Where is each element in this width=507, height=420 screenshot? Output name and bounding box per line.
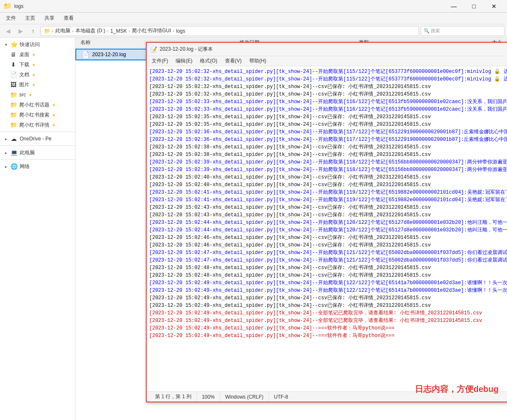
log-line-1: [2023-12-20 15:02:32-xhs_detail_spider.p…	[149, 75, 507, 83]
sidebar-item-src[interactable]: 📁 src ★	[0, 90, 75, 100]
up-button[interactable]: ↑	[28, 26, 39, 36]
menu-home[interactable]: 主页	[21, 13, 39, 23]
log-line-2: [2023-12-20 15:02:32-xhs_detail_spider.p…	[149, 83, 507, 91]
close-button[interactable]: ✕	[484, 0, 504, 13]
docs-icon: 📄	[10, 71, 17, 78]
log-line-11: [2023-12-20 15:02:38-xhs_detail_spider.p…	[149, 151, 507, 158]
breadcrumb-logs[interactable]: logs	[176, 28, 185, 34]
back-button[interactable]: ◀	[3, 26, 13, 36]
log-line-16: [2023-12-20 15:02:41-xhs_detail_spider.p…	[149, 189, 507, 196]
log-line-26: [2023-12-20 15:02:48-xhs_detail_spider.p…	[149, 264, 507, 272]
log-line-29: [2023-12-20 15:02:49-xhs_detail_spider.p…	[149, 287, 507, 294]
status-encoding: UTF-8	[269, 392, 293, 402]
docs-label: 文档	[19, 71, 29, 78]
images-label: 图片	[19, 81, 29, 88]
download-icon: ⬇	[10, 61, 17, 68]
sidebar-item-docs[interactable]: 📄 文档 ★	[0, 70, 75, 80]
log-line-17: [2023-12-20 15:02:41-xhs_detail_spider.p…	[149, 196, 507, 204]
this-pc-icon: 💻	[10, 149, 17, 156]
xhs-topic-label: 爬小红书话题	[19, 101, 49, 109]
minimize-button[interactable]: —	[444, 0, 463, 13]
xhs-detail-icon: 📁	[10, 122, 17, 128]
notepad-titlebar: 📝 2023-12-20.log - 记事本 — □ ✕	[147, 43, 507, 56]
sidebar-item-xhs-detail[interactable]: 📁 爬小红书详情 ★	[0, 120, 75, 130]
breadcrumb-gui[interactable]: 爬小红书详情GUI	[132, 27, 171, 34]
notepad-menu-help[interactable]: 帮助(H)	[246, 57, 270, 65]
xhs-search-icon: 📁	[10, 111, 17, 118]
sidebar-item-quick-access[interactable]: ▾ ⭐ 快速访问	[0, 39, 75, 49]
breadcrumb-this-pc[interactable]: 此电脑	[55, 27, 70, 34]
notepad-buttons: — □ ✕	[503, 43, 507, 56]
sidebar-item-download[interactable]: ⬇ 下载 ★	[0, 60, 75, 70]
menu-share[interactable]: 共享	[40, 13, 59, 23]
title-bar: 📁 logs — □ ✕	[0, 0, 507, 13]
sidebar: ▾ ⭐ 快速访问 🖥 桌面 ★ ⬇ 下载 ★ 📄 文档 ★ 🖼 图片	[0, 38, 75, 420]
sidebar-item-images[interactable]: 🖼 图片 ★	[0, 80, 75, 90]
log-line-24: [2023-12-20 15:02:47-xhs_detail_spider.p…	[149, 249, 507, 257]
content-area: 名称 修改日期 类型 大小 📄 2023-12-20.log 2023/12/2…	[75, 38, 507, 420]
log-line-31: [2023-12-20 15:02:49-xhs_detail_spider.p…	[149, 302, 507, 309]
notepad-menu-view[interactable]: 查看(V)	[222, 57, 245, 65]
notepad-menu-file[interactable]: 文件(F)	[148, 57, 171, 65]
sidebar-item-xhs-topic[interactable]: 📁 爬小红书话题 ★	[0, 100, 75, 110]
sidebar-item-onedrive[interactable]: ▸ ☁ OneDrive - Pe	[0, 134, 75, 144]
network-icon: 🌐	[10, 163, 17, 170]
forward-button[interactable]: ▶	[15, 26, 26, 36]
quick-access-chevron: ▾	[5, 42, 7, 47]
sidebar-divider-2	[0, 145, 75, 146]
notepad-minimize-button[interactable]: —	[503, 43, 507, 56]
log-line-13: [2023-12-20 15:02:39-xhs_detail_spider.p…	[149, 166, 507, 174]
log-line-21: [2023-12-20 15:02:44-xhs_detail_spider.p…	[149, 226, 507, 234]
src-icon: 📁	[10, 91, 17, 98]
log-line-32: [2023-12-20 15:02:49-xhs_detail_spider.p…	[149, 309, 507, 317]
log-line-5: [2023-12-20 15:02:33-xhs_detail_spider.p…	[149, 106, 507, 113]
download-label: 下载	[19, 61, 29, 68]
title-bar-icon: 📁	[3, 2, 12, 10]
notepad-content[interactable]: [2023-12-20 15:02:32-xhs_detail_spider.p…	[147, 66, 507, 391]
log-line-23: [2023-12-20 15:02:46-xhs_detail_spider.p…	[149, 241, 507, 249]
breadcrumb-disk[interactable]: 本地磁盘 (D:)	[75, 27, 105, 34]
log-line-18: [2023-12-20 15:02:43-xhs_detail_spider.p…	[149, 204, 507, 211]
sidebar-item-this-pc[interactable]: ▸ 💻 此电脑	[0, 148, 75, 158]
notepad-title: 2023-12-20.log - 记事本	[160, 46, 500, 53]
quick-access-label: 快速访问	[20, 41, 40, 48]
status-line-ending: Windows (CRLF)	[220, 392, 269, 402]
log-line-15: [2023-12-20 15:02:40-xhs_detail_spider.p…	[149, 181, 507, 189]
title-bar-text: logs	[14, 3, 442, 9]
log-line-14: [2023-12-20 15:02:40-xhs_detail_spider.p…	[149, 174, 507, 181]
log-line-0: [2023-12-20 15:02:32-xhs_detail_spider.p…	[149, 68, 507, 75]
breadcrumb[interactable]: 📁 › 此电脑 › 本地磁盘 (D:) › 1_MSK › 爬小红书详情GUI …	[40, 26, 419, 36]
log-line-8: [2023-12-20 15:02:36-xhs_detail_spider.p…	[149, 128, 507, 136]
onedrive-icon: ☁	[10, 135, 17, 142]
xhs-detail-label: 爬小红书详情	[19, 122, 49, 129]
breadcrumb-msk[interactable]: 1_MSK	[110, 28, 127, 34]
notepad-icon: 📝	[150, 46, 157, 53]
menu-file[interactable]: 文件	[2, 13, 20, 23]
notepad-menubar: 文件(F) 编辑(E) 格式(O) 查看(V) 帮助(H)	[147, 56, 507, 66]
notepad-menu-edit[interactable]: 编辑(E)	[172, 57, 196, 65]
log-line-10: [2023-12-20 15:02:38-xhs_detail_spider.p…	[149, 143, 507, 151]
title-bar-buttons: — □ ✕	[444, 0, 504, 13]
log-line-28: [2023-12-20 15:02:49-xhs_detail_spider.p…	[149, 279, 507, 287]
log-line-20: [2023-12-20 15:02:44-xhs_detail_spider.p…	[149, 219, 507, 226]
menu-view[interactable]: 查看	[59, 13, 78, 23]
log-line-34: [2023-12-20 15:02:49-xhs_detail_spider.p…	[149, 324, 507, 332]
log-line-7: [2023-12-20 15:02:35-xhs_detail_spider.p…	[149, 121, 507, 128]
main-layout: ▾ ⭐ 快速访问 🖥 桌面 ★ ⬇ 下载 ★ 📄 文档 ★ 🖼 图片	[0, 38, 507, 420]
log-line-25: [2023-12-20 15:02:47-xhs_detail_spider.p…	[149, 257, 507, 264]
file-icon: 📄	[81, 51, 90, 59]
notepad-statusbar: 第 1 行，第 1 列 100% Windows (CRLF) UTF-8	[147, 391, 507, 402]
onedrive-chevron: ▸	[5, 137, 7, 141]
notepad-menu-format[interactable]: 格式(O)	[197, 57, 220, 65]
sidebar-item-network[interactable]: ▸ 🌐 网络	[0, 161, 75, 171]
quick-access-icon: ⭐	[10, 41, 17, 48]
sidebar-item-desktop[interactable]: 🖥 桌面 ★	[0, 49, 75, 60]
images-icon: 🖼	[10, 81, 17, 88]
maximize-button[interactable]: □	[464, 0, 484, 13]
desktop-label: 桌面	[19, 51, 29, 58]
this-pc-chevron: ▸	[5, 150, 7, 155]
search-box[interactable]: 🔍 搜索	[421, 26, 504, 36]
sidebar-item-xhs-search[interactable]: 📁 爬小红书搜索 ★	[0, 110, 75, 120]
quick-access-section: ▾ ⭐ 快速访问 🖥 桌面 ★ ⬇ 下载 ★ 📄 文档 ★ 🖼 图片	[0, 39, 75, 130]
status-position: 第 1 行，第 1 列	[150, 392, 197, 402]
